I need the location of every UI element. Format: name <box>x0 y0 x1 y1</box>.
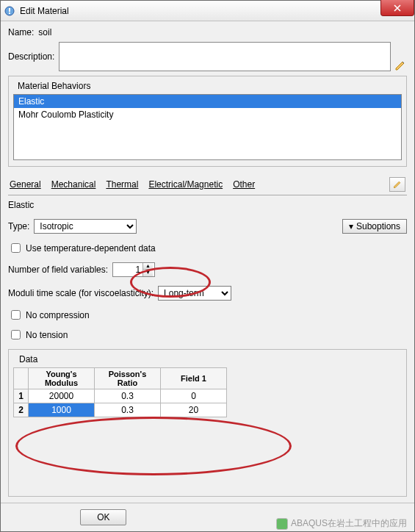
wechat-icon <box>276 518 288 530</box>
num-field-vars-spinner[interactable]: ▲ ▼ <box>112 262 155 277</box>
suboptions-button[interactable]: ▾ Suboptions <box>342 219 407 234</box>
menu-thermal[interactable]: Thermal <box>106 179 138 190</box>
spinner-down-button[interactable]: ▼ <box>142 270 153 276</box>
description-row: Description: <box>8 42 407 71</box>
no-tension-checkbox[interactable]: No tension <box>8 328 407 342</box>
type-row: Type: Isotropic ▾ Suboptions <box>8 219 407 234</box>
name-value: soil <box>38 27 51 37</box>
svg-rect-1 <box>9 8 10 12</box>
material-behaviors-legend: Material Behaviors <box>15 81 93 91</box>
edit-menu-button[interactable] <box>389 177 405 192</box>
window-title: Edit Material <box>20 6 411 16</box>
table-row[interactable]: 2 1000 0.3 20 <box>14 403 227 417</box>
description-label: Description: <box>8 51 54 62</box>
data-group: Data Young's Modulus Poisson's Ratio Fie… <box>8 349 407 497</box>
menu-bar: General Mechanical Thermal Electrical/Ma… <box>8 174 407 195</box>
dialog-footer: OK Cancel ABAQUS在岩土工程中的应用 <box>1 503 414 531</box>
no-compression-input[interactable] <box>11 310 21 320</box>
name-label: Name: <box>8 27 34 37</box>
material-behaviors-group: Material Behaviors Elastic Mohr Coulomb … <box>8 76 407 167</box>
dialog-content: Name: soil Description: Material Behavio… <box>1 21 414 503</box>
behaviors-list[interactable]: Elastic Mohr Coulomb Plasticity <box>13 94 402 160</box>
ok-button[interactable]: OK <box>80 509 126 525</box>
chevron-down-icon: ▾ <box>349 221 353 231</box>
cell-pr[interactable]: 0.3 <box>95 389 161 403</box>
menu-electrical[interactable]: Electrical/Magnetic <box>148 179 223 190</box>
col-youngs-modulus: Young's Modulus <box>29 368 95 389</box>
moduli-select[interactable]: Long-term <box>158 286 231 301</box>
num-field-vars-input[interactable] <box>113 263 142 276</box>
cell-f1[interactable]: 0 <box>161 389 227 403</box>
type-label: Type: <box>8 221 29 231</box>
pencil-icon <box>393 180 402 189</box>
data-legend: Data <box>16 354 40 364</box>
data-table[interactable]: Young's Modulus Poisson's Ratio Field 1 … <box>13 367 227 417</box>
spinner-up-button[interactable]: ▲ <box>142 263 153 270</box>
num-field-vars-row: Number of field variables: ▲ ▼ <box>8 262 407 277</box>
col-poissons-ratio: Poisson's Ratio <box>95 368 161 389</box>
num-field-vars-label: Number of field variables: <box>8 265 108 275</box>
table-row[interactable]: 1 20000 0.3 0 <box>14 389 227 403</box>
behavior-item-mohr-coulomb[interactable]: Mohr Coulomb Plasticity <box>14 108 401 121</box>
name-row: Name: soil <box>8 27 407 37</box>
cell-ym[interactable]: 1000 <box>29 403 95 417</box>
no-tension-input[interactable] <box>11 330 21 339</box>
moduli-row: Moduli time scale (for viscoelasticity):… <box>8 286 407 301</box>
description-input[interactable] <box>59 42 391 71</box>
title-bar: Edit Material <box>1 1 414 21</box>
edit-description-button[interactable] <box>394 42 407 71</box>
menu-general[interactable]: General <box>10 179 41 190</box>
cell-f1[interactable]: 20 <box>161 403 227 417</box>
moduli-label: Moduli time scale (for viscoelasticity): <box>8 288 154 298</box>
app-icon <box>4 5 15 17</box>
col-field-1: Field 1 <box>161 368 227 389</box>
pencil-icon <box>394 60 406 71</box>
use-temp-input[interactable] <box>11 243 21 253</box>
watermark: ABAQUS在岩土工程中的应用 <box>276 517 407 530</box>
table-header-row: Young's Modulus Poisson's Ratio Field 1 <box>14 368 227 389</box>
type-select[interactable]: Isotropic <box>34 219 137 234</box>
behavior-item-elastic[interactable]: Elastic <box>14 95 401 108</box>
menu-mechanical[interactable]: Mechanical <box>51 179 96 190</box>
menu-other[interactable]: Other <box>233 179 255 190</box>
cell-ym[interactable]: 20000 <box>29 389 95 403</box>
elastic-heading: Elastic <box>8 200 407 210</box>
svg-rect-2 <box>9 12 10 14</box>
use-temp-checkbox[interactable]: Use temperature-dependent data <box>8 241 407 255</box>
cell-pr[interactable]: 0.3 <box>95 403 161 417</box>
no-compression-checkbox[interactable]: No compression <box>8 308 407 322</box>
close-button[interactable] <box>380 0 414 16</box>
close-icon <box>394 4 401 12</box>
edit-material-dialog: Edit Material Name: soil Description: Ma… <box>0 0 415 532</box>
